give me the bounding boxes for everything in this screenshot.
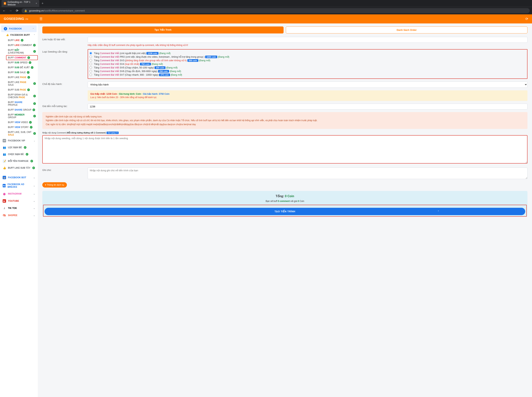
url-input[interactable]: 🔒 goseeding.vn/tool/Bufflikecommentshare… xyxy=(22,8,530,13)
warranty-select[interactable]: Không bảo hành xyxy=(88,81,527,88)
status-label: (Đang mở) xyxy=(171,74,182,76)
radio-input[interactable] xyxy=(90,56,92,58)
seeding-option-6[interactable]: Tăng Comment Bài Viết SV7 (Chạy nhanh, 9… xyxy=(90,73,526,77)
sidebar-section-shopee[interactable]: 🛍 SHOPEE ⌄ xyxy=(0,212,38,219)
sidebar-item-12[interactable]: BUFF SHARE GROUP ✓ xyxy=(6,107,38,112)
note-textarea[interactable] xyxy=(88,167,527,179)
vip-icon: VIP xyxy=(3,139,6,142)
tab-create-process[interactable]: Tạo Tiến Trình xyxy=(42,26,284,33)
sidebar-section-fbvip[interactable]: VIP FACEBOOK VIP ⌄ xyxy=(0,137,38,144)
url-path: /tool/Bufflikecommentshare_comment xyxy=(44,9,85,12)
check-icon: ✓ xyxy=(31,66,33,69)
check-icon: ✓ xyxy=(29,61,31,64)
menu-icon[interactable]: ☰ xyxy=(39,17,43,21)
check-icon: ✓ xyxy=(32,167,35,169)
sidebar-section-bufftay[interactable]: 👍 BUFF LIKE SUB TÂY ✓ xyxy=(0,164,38,171)
forward-icon[interactable]: → xyxy=(9,9,12,12)
warn-line-2: Nghiêm cấm bình luận những nội có cử chỉ… xyxy=(46,118,524,122)
sidebar-item-13[interactable]: BUFF MEMBER GROUP ✓ xyxy=(6,112,38,120)
sidebar-label: FACEBOOK VIP xyxy=(8,139,25,142)
submit-button[interactable]: TẠO TIẾN TRÌNH xyxy=(45,208,525,215)
sidebar-section-youtube[interactable]: ▶ YOUTUBE ⌄ xyxy=(0,197,38,205)
sidebar-section-fbbot[interactable]: 🤖 FACEBOOK BOT ⌄ xyxy=(0,174,38,181)
sidebar-section-fbad[interactable]: Ad FACEBOOK AD BREAKS ⌄ xyxy=(0,181,38,190)
radio-input[interactable] xyxy=(90,66,92,69)
sidebar-item-4[interactable]: BUFF SUB SPEED ✓ xyxy=(6,60,38,65)
comment-textarea[interactable] xyxy=(42,135,527,163)
browser-tab[interactable]: G GoSeeding.vn - TOP 1 Website × xyxy=(1,0,39,7)
price-input[interactable] xyxy=(88,104,527,109)
sidebar-label: ĐỔI TÊN FANPAGE xyxy=(8,160,29,162)
reload-icon[interactable]: ⟳ xyxy=(15,9,19,12)
comment-count-pill: Số lượng: 0 xyxy=(107,132,119,134)
check-icon: ✓ xyxy=(33,115,36,118)
radio-input[interactable] xyxy=(90,74,92,76)
seeding-option-1[interactable]: Tăng Comment Bài Viết PRO (cmt việt, tăn… xyxy=(90,55,526,59)
sidebar-item-10[interactable]: BUFF ĐÁNH GIÁ & CHECKIN PAGE ✓ xyxy=(6,92,38,100)
link-input[interactable] xyxy=(88,37,527,43)
label-note: Ghi chú: xyxy=(42,167,88,180)
seeding-option-4[interactable]: Tăng Comment Bài Viết SV5 (Chạy chậm, 50… xyxy=(90,66,526,69)
sidebar-section-chocbanbe[interactable]: 👥 CHỌC BẠN BÈ ✓ xyxy=(0,151,38,158)
check-icon: ✓ xyxy=(26,153,28,155)
status-label: (Đang mở) xyxy=(152,63,163,65)
service-info-button[interactable]: ▾ Thông tin dịch vụ xyxy=(42,182,67,187)
radio-input[interactable] xyxy=(90,63,92,65)
new-tab-button[interactable]: + xyxy=(41,1,44,6)
check-icon: ✓ xyxy=(30,126,32,129)
sidebar-item-1[interactable]: BUFF LIKE COMMENT ✓ xyxy=(6,43,38,48)
thumb-icon: 👍 xyxy=(3,166,6,170)
sidebar-sub-facebook-buff[interactable]: 👍 FACEBOOK BUFF ⌃ xyxy=(3,32,38,38)
sidebar-item-9[interactable]: BUFF SUB PAGE ✓ xyxy=(6,87,38,92)
seeding-option-0[interactable]: Tăng Comment Bài Viết (cmt người thật,cm… xyxy=(90,51,526,55)
sidebar-item-0[interactable]: BUFF LIKE ✓ xyxy=(6,38,38,43)
close-icon[interactable]: × xyxy=(36,2,37,5)
chevron-down-icon: ⌄ xyxy=(33,214,35,217)
coin-pill: 200 coin xyxy=(154,66,165,69)
warn-line-3: Các ngôn từ bị cấm: dm|đm|đ m|d m|địt mẹ… xyxy=(46,123,524,126)
radio-input[interactable] xyxy=(90,52,92,55)
thumb-icon: 👍 xyxy=(6,34,9,36)
tab-order-list[interactable]: Danh Sách Order xyxy=(286,26,527,33)
sidebar-section-facebook[interactable]: f FACEBOOK ⌃ xyxy=(1,25,37,32)
sidebar: f FACEBOOK ⌃ 👍 FACEBOOK BUFF ⌃ BUFF LIKE… xyxy=(0,24,38,397)
button-decoration: • xyxy=(438,210,439,212)
sidebar-item-2[interactable]: BUFF MẮT (LIVESTREAM) ✓ xyxy=(6,48,38,55)
sidebar-item-6[interactable]: BUFF SUB SALE ✓ xyxy=(6,70,38,75)
seeding-option-3[interactable]: Tăng Comment Bài Viết SV4 (loại tốt nhất… xyxy=(90,62,526,66)
chevron-down-icon: ⌄ xyxy=(33,207,35,210)
back-icon[interactable]: ← xyxy=(2,9,6,12)
seeding-option-2[interactable]: Tăng Comment Bài Viết SV3 ((không tăng đ… xyxy=(90,59,526,62)
seeding-option-5[interactable]: Tăng Comment Bài Viết SV6 (Chạy ổn định,… xyxy=(90,69,526,73)
check-icon: ✓ xyxy=(33,132,36,135)
sidebar-item-16[interactable]: BUFF LIKE, SUB, CMT SALE ✓ xyxy=(6,130,38,137)
sidebar-section-tiktok[interactable]: ♪ TIK TOK ⌄ xyxy=(0,205,38,212)
radio-input[interactable] xyxy=(90,59,92,62)
sidebar-item-11[interactable]: BUFF SHARE PROFILE ✓ xyxy=(6,100,38,107)
label-price: Giá tiền mỗi tương tác: xyxy=(42,104,88,109)
sidebar-section-doiten[interactable]: 📝 ĐỔI TÊN FANPAGE ✓ xyxy=(0,158,38,164)
check-icon: ✓ xyxy=(27,76,30,79)
youtube-icon: ▶ xyxy=(3,199,6,203)
check-icon: ✓ xyxy=(27,71,30,74)
sidebar-section-instagram[interactable]: ◉ INSTAGRAM ⌄ xyxy=(0,190,38,197)
radio-input[interactable] xyxy=(90,70,92,72)
sidebar-item-5[interactable]: BUFF SUB ĐỀ XUẤT ✓ xyxy=(6,65,38,70)
sidebar-label: LỌC BẠN BÈ xyxy=(8,146,22,149)
sidebar-label: FACEBOOK xyxy=(9,27,22,30)
sidebar-item-7[interactable]: BUFF LIKE PAGE ✓ xyxy=(6,75,38,80)
sidebar-section-locbanbe[interactable]: 👥 LỌC BẠN BÈ ✓ xyxy=(0,144,38,151)
info-note: Lưu ý: Nên buff dư thêm 20 - 30% trên tổ… xyxy=(90,96,525,99)
check-icon: ✓ xyxy=(33,102,36,105)
sidebar-item-8[interactable]: BUFF LIKE PAGE SALE ✓ xyxy=(6,80,38,87)
status-label: (Đang mở) xyxy=(199,59,210,62)
check-icon: ✓ xyxy=(29,121,32,124)
comment-header: Nhập nội dung Comment (Mỗi dòng tương đư… xyxy=(42,132,527,134)
sidebar-item-3[interactable]: BUFF COMMENT ✓ xyxy=(6,55,38,60)
chevron-up-icon: ⌃ xyxy=(32,28,34,30)
ad-icon: Ad xyxy=(3,184,6,187)
sidebar-item-14[interactable]: BUFF VIEW VIDEO ✓ xyxy=(6,120,38,125)
header-right-icon[interactable]: ⟳ xyxy=(525,17,528,21)
sidebar-item-15[interactable]: BUFF VIEW STORY ✓ xyxy=(6,125,38,130)
chevron-down-icon: ⌄ xyxy=(33,192,35,195)
